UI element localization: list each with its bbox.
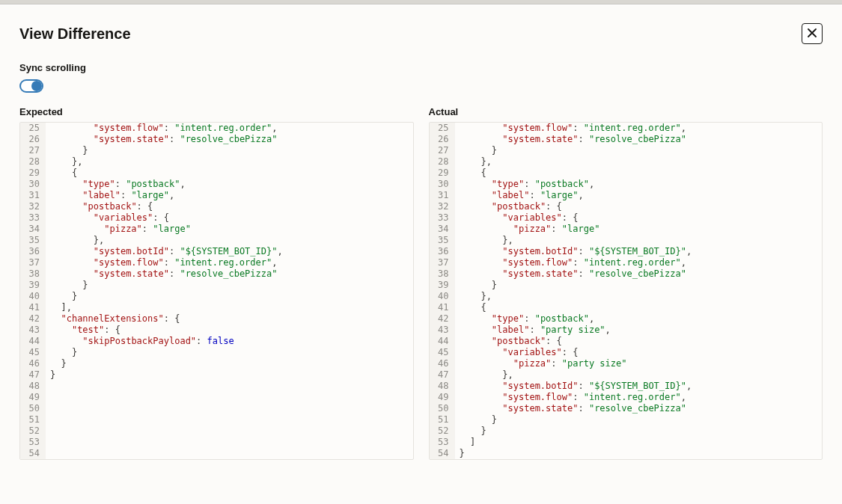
sync-scrolling-toggle[interactable]: [19, 79, 43, 93]
line-number: 28: [20, 156, 46, 168]
actual-line: 31 "label": "large",: [430, 190, 823, 201]
code-content: },: [455, 156, 492, 168]
line-number: 39: [430, 280, 455, 291]
actual-line: 44 "postback": {: [430, 336, 823, 347]
line-number: 41: [430, 302, 455, 313]
expected-line: 45 }: [20, 347, 413, 358]
code-content: }: [46, 369, 55, 381]
expected-line: 32 "postback": {: [20, 201, 413, 212]
line-number: 54: [430, 448, 455, 459]
code-content: },: [455, 291, 492, 302]
expected-line: 41 ],: [20, 302, 413, 313]
actual-pane-title: Actual: [429, 106, 823, 117]
line-number: 43: [20, 325, 46, 336]
code-content: {: [46, 168, 77, 179]
line-number: 42: [430, 313, 455, 325]
expected-pane-title: Expected: [19, 106, 414, 117]
line-number: 46: [20, 358, 46, 369]
line-number: 44: [20, 336, 46, 347]
line-number: 31: [430, 190, 455, 201]
code-content: "variables": {: [46, 212, 169, 224]
code-content: "type": "postback",: [455, 313, 595, 325]
line-number: 26: [430, 134, 455, 145]
close-button[interactable]: [802, 23, 823, 44]
expected-line: 54: [20, 448, 413, 459]
expected-code-box[interactable]: 25 "system.flow": "intent.reg.order",26 …: [19, 122, 414, 460]
actual-line: 48 "system.botId": "${SYSTEM_BOT_ID}",: [430, 381, 823, 392]
expected-line: 52: [20, 425, 413, 437]
line-number: 46: [430, 358, 455, 369]
code-content: [46, 403, 55, 414]
code-content: }: [455, 425, 486, 437]
actual-line: 28 },: [430, 156, 823, 168]
code-content: "system.flow": "intent.reg.order",: [455, 257, 686, 268]
code-content: "postback": {: [46, 201, 153, 212]
actual-line: 53 ]: [430, 437, 823, 448]
code-content: "postback": {: [455, 201, 562, 212]
code-content: }: [46, 280, 88, 291]
line-number: 38: [20, 268, 46, 280]
line-number: 34: [430, 224, 455, 235]
code-content: "system.state": "resolve_cbePizza": [46, 134, 277, 145]
line-number: 28: [430, 156, 455, 168]
code-content: {: [455, 302, 486, 313]
code-content: "system.state": "resolve_cbePizza": [455, 134, 686, 145]
line-number: 50: [20, 403, 46, 414]
actual-line: 35 },: [430, 235, 823, 246]
line-number: 48: [430, 381, 455, 392]
code-content: }: [455, 448, 465, 459]
code-content: "label": "large",: [455, 190, 584, 201]
actual-line: 47 },: [430, 369, 823, 381]
expected-line: 40 }: [20, 291, 413, 302]
line-number: 51: [430, 414, 455, 425]
expected-line: 43 "test": {: [20, 325, 413, 336]
line-number: 45: [430, 347, 455, 358]
code-content: "system.flow": "intent.reg.order",: [455, 392, 686, 403]
line-number: 42: [20, 313, 46, 325]
line-number: 30: [430, 179, 455, 190]
expected-line: 50: [20, 403, 413, 414]
code-content: },: [455, 235, 513, 246]
line-number: 49: [430, 392, 455, 403]
code-content: "variables": {: [455, 347, 579, 358]
code-content: "type": "postback",: [46, 179, 186, 190]
actual-line: 34 "pizza": "large": [430, 224, 823, 235]
line-number: 53: [20, 437, 46, 448]
expected-line: 46 }: [20, 358, 413, 369]
actual-line: 29 {: [430, 168, 823, 179]
code-content: "pizza": "large": [46, 224, 191, 235]
line-number: 35: [430, 235, 455, 246]
expected-line: 53: [20, 437, 413, 448]
toggle-knob: [31, 81, 42, 91]
actual-code-box[interactable]: 25 "system.flow": "intent.reg.order",26 …: [429, 122, 823, 460]
expected-line: 36 "system.botId": "${SYSTEM_BOT_ID}",: [20, 246, 413, 257]
expected-line: 35 },: [20, 235, 413, 246]
code-content: }: [455, 414, 498, 425]
line-number: 26: [20, 134, 46, 145]
expected-line: 48: [20, 381, 413, 392]
line-number: 43: [430, 325, 455, 336]
line-number: 27: [20, 145, 46, 156]
line-number: 50: [430, 403, 455, 414]
expected-line: 34 "pizza": "large": [20, 224, 413, 235]
code-content: }: [46, 347, 77, 358]
code-content: "pizza": "party size": [455, 358, 627, 369]
line-number: 53: [430, 437, 455, 448]
actual-line: 54}: [430, 448, 823, 459]
code-content: },: [46, 156, 82, 168]
code-content: ],: [46, 302, 72, 313]
actual-pane: Actual 25 "system.flow": "intent.reg.ord…: [429, 106, 823, 460]
line-number: 49: [20, 392, 46, 403]
actual-line: 40 },: [430, 291, 823, 302]
code-content: [46, 414, 55, 425]
actual-line: 46 "pizza": "party size": [430, 358, 823, 369]
actual-line: 45 "variables": {: [430, 347, 823, 358]
view-difference-modal: View Difference Sync scrolling Expected …: [0, 4, 842, 504]
expected-line: 49: [20, 392, 413, 403]
actual-line: 49 "system.flow": "intent.reg.order",: [430, 392, 823, 403]
code-content: "test": {: [46, 325, 120, 336]
line-number: 31: [20, 190, 46, 201]
actual-line: 37 "system.flow": "intent.reg.order",: [430, 257, 823, 268]
actual-line: 36 "system.botId": "${SYSTEM_BOT_ID}",: [430, 246, 823, 257]
expected-line: 33 "variables": {: [20, 212, 413, 224]
